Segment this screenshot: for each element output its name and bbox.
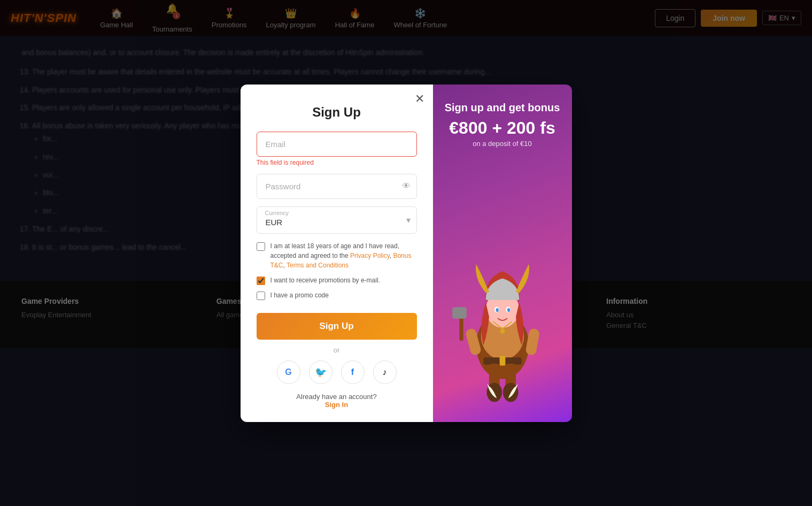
or-divider: or xyxy=(257,346,417,354)
already-label: Already have an account? xyxy=(296,393,376,401)
email-error-msg: This field is required xyxy=(257,159,417,166)
password-field-group: 👁 xyxy=(257,174,417,199)
svg-rect-11 xyxy=(525,328,540,356)
modal-container: ✕ Sign Up This field is required 👁 Curre… xyxy=(241,85,572,422)
eye-icon: 👁 xyxy=(402,181,411,190)
currency-label: Currency xyxy=(265,210,289,216)
toggle-password-button[interactable]: 👁 xyxy=(402,181,411,191)
password-input[interactable] xyxy=(257,174,417,199)
modal-right: Sign up and get bonus €800 + 200 fs on a… xyxy=(433,85,572,422)
svg-rect-10 xyxy=(452,307,467,318)
svg-point-7 xyxy=(502,382,518,402)
promo-title: Sign up and get bonus xyxy=(445,101,560,114)
age-checkbox-label: I am at least 18 years of age and I have… xyxy=(270,241,417,270)
promo-code-checkbox[interactable] xyxy=(257,292,265,300)
currency-field-group: Currency EUR USD GBP BTC ▾ xyxy=(257,206,417,234)
age-checkbox-group: I am at least 18 years of age and I have… xyxy=(257,241,417,270)
google-login-button[interactable]: G xyxy=(277,361,300,384)
tiktok-login-button[interactable]: ♪ xyxy=(373,361,397,384)
email-field-group: This field is required xyxy=(257,132,417,166)
email-input[interactable] xyxy=(257,132,417,157)
modal-left: ✕ Sign Up This field is required 👁 Curre… xyxy=(241,85,433,422)
svg-rect-3 xyxy=(499,356,505,365)
promo-checkbox-group: I want to receive promotions by e-mail. xyxy=(257,275,417,285)
viking-character xyxy=(449,240,556,422)
promo-amount: €800 + 200 fs xyxy=(449,119,555,137)
age-checkbox[interactable] xyxy=(257,242,265,251)
signup-button[interactable]: Sign Up xyxy=(257,313,417,340)
svg-point-6 xyxy=(486,382,502,402)
svg-point-16 xyxy=(507,308,509,312)
promo-sub: on a deposit of €10 xyxy=(473,140,532,148)
terms-link[interactable]: Terms and Conditions xyxy=(287,262,349,269)
signin-link[interactable]: Sign In xyxy=(325,401,348,409)
svg-point-15 xyxy=(496,308,498,312)
twitter-login-button[interactable]: 🐦 xyxy=(309,361,332,384)
already-account-text: Already have an account? Sign In xyxy=(257,393,417,409)
promo-code-label: I have a promo code xyxy=(270,290,329,300)
modal-title: Sign Up xyxy=(257,105,417,120)
svg-point-17 xyxy=(500,328,505,333)
modal-overlay[interactable]: ✕ Sign Up This field is required 👁 Curre… xyxy=(0,0,812,506)
privacy-policy-link[interactable]: Privacy Policy xyxy=(350,252,390,259)
promo-code-checkbox-group: I have a promo code xyxy=(257,290,417,300)
facebook-login-button[interactable]: f xyxy=(341,361,365,384)
social-icons-group: G 🐦 f ♪ xyxy=(257,361,417,384)
promo-checkbox-label: I want to receive promotions by e-mail. xyxy=(270,275,380,285)
close-button[interactable]: ✕ xyxy=(415,93,424,105)
promo-checkbox[interactable] xyxy=(257,277,265,285)
